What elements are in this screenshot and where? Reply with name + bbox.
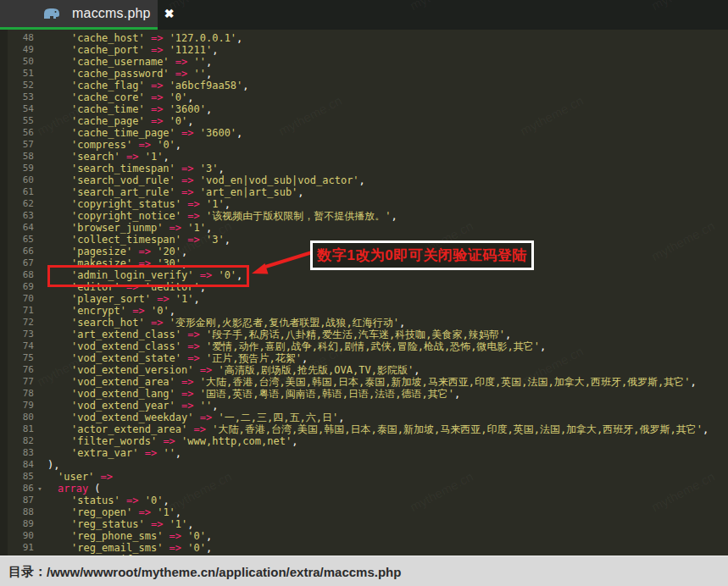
code-editor-window: maccms.php ✖ 48'cache_host' => '127.0.0.… [0,0,728,586]
code-line-72[interactable]: 72'search_hot' => '变形金刚,火影忍者,复仇者联盟,战狼,红海… [0,317,728,329]
code-line-58[interactable]: 58'search' => '1', [0,151,728,163]
code-punctuation [163,91,169,103]
code-punctuation: , [169,305,175,317]
code-operator: => [151,32,163,44]
code-string: 'vod_en|vod_sub|vod_actor' [200,174,359,186]
code-line-87[interactable]: 87'status' => '0', [0,495,728,506]
line-number: 52 [0,80,34,91]
code-line-49[interactable]: 49'cache_port' => '11211', [0,44,728,56]
code-operator: => [187,352,199,364]
fold-gutter [34,305,46,317]
code-line-51[interactable]: 51'cache_password' => '', [0,68,728,80]
code-line-79[interactable]: 79'vod_extend_year' => '', [0,400,728,412]
code-punctuation [120,495,126,506]
code-line-68[interactable]: 68'admin_login_verify' => '0', [0,269,728,281]
code-line-83[interactable]: 83'extra_var' => '', [0,447,728,459]
annotation-text: 数字1改为0即可关闭验证码登陆 [317,246,526,265]
code-line-91[interactable]: 91'reg_email_sms' => '0', [0,542,728,554]
code-line-63[interactable]: 63'copyright_notice' => '该视频由于版权限制，暂不提供播… [0,210,728,222]
code-line-78[interactable]: 78'vod_extend_lang' => '国语,英语,粤语,闽南语,韩语,… [0,388,728,400]
code-content: 'copyright_notice' => '该视频由于版权限制，暂不提供播放。… [46,210,397,222]
code-string: '20' [157,246,181,257]
code-punctuation [187,423,193,435]
code-punctuation [163,542,169,554]
code-punctuation [194,163,200,174]
code-line-74[interactable]: 74'vod_extend_class' => '爱情,动作,喜剧,战争,科幻,… [0,340,728,352]
close-icon[interactable]: ✖ [164,8,175,19]
code-line-70[interactable]: 70'player_sort' => '1', [0,293,728,305]
code-line-75[interactable]: 75'vod_extend_state' => '正片,预告片,花絮', [0,352,728,364]
code-line-86[interactable]: 86▾array ( [0,483,728,495]
fold-gutter [34,56,46,68]
code-string: '爱情,动作,喜剧,战争,科幻,剧情,武侠,冒险,枪战,恐怖,微电影,其它' [206,340,540,352]
line-number: 77 [0,376,34,388]
code-line-52[interactable]: 52'cache_flag' => 'a6bcf9aa58', [0,80,728,91]
code-string: '0' [169,115,188,127]
code-editor[interactable]: 48'cache_host' => '127.0.0.1',49'cache_p… [0,30,728,556]
code-punctuation [200,234,206,246]
statusbar-file-path: /www/wwwroot/mytheme.cn/application/extr… [47,565,401,579]
code-line-76[interactable]: 76'vod_extend_version' => '高清版,剧场版,抢先版,O… [0,364,728,376]
code-punctuation [163,518,169,530]
code-operator: => [151,44,163,56]
fold-gutter [34,281,46,293]
code-line-85[interactable]: 85'user' => [0,471,728,483]
code-punctuation: , [206,56,212,68]
line-number: 62 [0,198,34,210]
code-line-69[interactable]: 69'editor' => 'ueditor', [0,281,728,293]
code-punctuation: , [338,412,344,423]
code-content: 'collect_timespan' => '3', [46,234,231,246]
fold-arrow-icon[interactable]: ▾ [34,483,46,495]
code-content: 'cache_username' => '', [46,56,212,68]
code-line-62[interactable]: 62'copyright_status' => '1', [0,198,728,210]
code-line-71[interactable]: 71'encrypt' => '0', [0,305,728,317]
code-punctuation: , [206,222,212,234]
code-operator: => [101,471,113,483]
code-line-84[interactable]: 84), [0,459,728,471]
code-line-59[interactable]: 59'search_timespan' => '3', [0,163,728,174]
code-operator: => [132,305,144,317]
code-line-57[interactable]: 57'compress' => '0', [0,139,728,151]
tab-maccms-php[interactable]: maccms.php ✖ [0,0,158,27]
code-line-81[interactable]: 81'actor_extend_area' => '大陆,香港,台湾,美国,韩国… [0,423,728,435]
code-line-48[interactable]: 48'cache_host' => '127.0.0.1', [0,32,728,44]
code-punctuation: , [540,340,546,352]
fold-gutter [34,317,46,329]
code-line-54[interactable]: 54'cache_time' => '3600', [0,103,728,115]
code-string: 'compress' [71,139,132,151]
code-punctuation [175,186,181,198]
code-punctuation [194,269,200,281]
code-line-90[interactable]: 90'reg_phone_sms' => '0', [0,530,728,542]
code-line-82[interactable]: 82'filter_words' => 'www,http,com,net', [0,435,728,447]
code-string: 'makesize' [71,257,132,269]
code-line-55[interactable]: 55'cache_page' => '0', [0,115,728,127]
code-line-80[interactable]: 80'vod_extend_weekday' => '一,二,三,四,五,六,日… [0,412,728,423]
code-string: '127.0.0.1' [169,32,236,44]
line-number: 87 [0,495,34,506]
code-punctuation [200,329,206,340]
code-string: '0' [157,139,175,151]
code-string: '国语,英语,粤语,闽南语,韩语,日语,法语,德语,其它' [200,388,454,400]
code-operator: => [126,151,138,163]
line-number: 83 [0,447,34,459]
code-string: 'editor' [71,281,120,293]
fold-gutter [34,364,46,376]
fold-gutter [34,495,46,506]
code-line-61[interactable]: 61'search_art_rule' => 'art_en|art_sub', [0,186,728,198]
code-string: 'reg_status' [71,518,145,530]
code-line-64[interactable]: 64'browser_junmp' => '1', [0,222,728,234]
code-line-50[interactable]: 50'cache_username' => '', [0,56,728,68]
code-line-88[interactable]: 88'reg_open' => '1', [0,506,728,518]
code-content: 'search_timespan' => '3', [46,163,225,174]
code-line-56[interactable]: 56'cache_time_page' => '3600', [0,127,728,139]
fold-gutter [34,91,46,103]
code-string: 'vod_extend_lang' [71,388,175,400]
code-line-89[interactable]: 89'reg_status' => '1', [0,518,728,530]
code-line-53[interactable]: 53'cache_core' => '0', [0,91,728,103]
line-number: 57 [0,139,34,151]
code-line-60[interactable]: 60'search_vod_rule' => 'vod_en|vod_sub|v… [0,174,728,186]
code-punctuation: , [181,257,187,269]
code-line-77[interactable]: 77'vod_extend_area' => '大陆,香港,台湾,美国,韩国,日… [0,376,728,388]
code-line-73[interactable]: 73'art_extend_class' => '段子手,私房话,八卦精,爱生活… [0,329,728,340]
code-content: 'search_art_rule' => 'art_en|art_sub', [46,186,304,198]
